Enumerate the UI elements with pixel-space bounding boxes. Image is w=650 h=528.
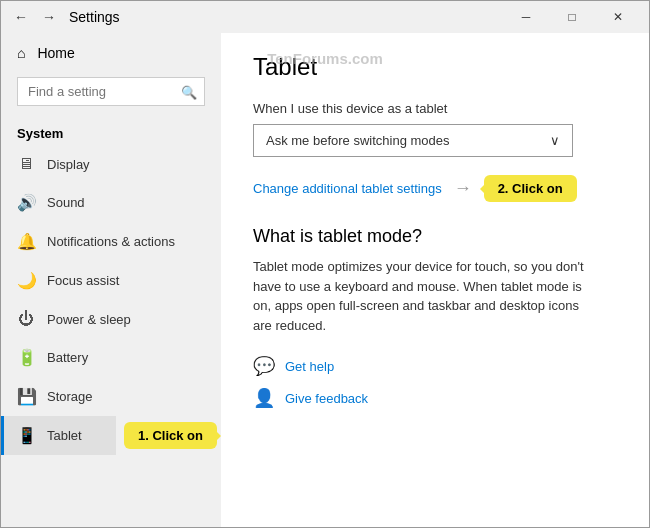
display-icon: 🖥	[17, 155, 35, 173]
sidebar-item-storage-label: Storage	[47, 389, 93, 404]
search-icon: 🔍	[181, 84, 197, 99]
title-bar-nav: ← →	[9, 5, 61, 29]
arrow-icon: →	[454, 178, 472, 199]
title-bar-left: ← → Settings	[9, 5, 120, 29]
sidebar: ⌂ Home 🔍 System 🖥 Display 🔊 Sound 🔔 Noti…	[1, 33, 221, 527]
sidebar-item-tablet-label: Tablet	[47, 428, 82, 443]
dropdown-select[interactable]: Ask me before switching modes ∨	[253, 124, 573, 157]
search-input[interactable]	[17, 77, 205, 106]
forward-button[interactable]: →	[37, 5, 61, 29]
sidebar-item-sound[interactable]: 🔊 Sound	[1, 183, 221, 222]
sidebar-item-display[interactable]: 🖥 Display	[1, 145, 221, 183]
help-links: 💬 Get help 👤 Give feedback	[253, 355, 617, 409]
get-help-row: 💬 Get help	[253, 355, 617, 377]
callout-1-bubble: 1. Click on	[124, 422, 217, 449]
window-content: ⌂ Home 🔍 System 🖥 Display 🔊 Sound 🔔 Noti…	[1, 33, 649, 527]
sidebar-item-power[interactable]: ⏻ Power & sleep	[1, 300, 221, 338]
link-row: Change additional tablet settings → 2. C…	[253, 175, 617, 202]
sidebar-item-power-label: Power & sleep	[47, 312, 131, 327]
title-bar-controls: ─ □ ✕	[503, 1, 641, 33]
back-button[interactable]: ←	[9, 5, 33, 29]
page-title: Tablet	[253, 53, 617, 81]
sidebar-item-focus[interactable]: 🌙 Focus assist	[1, 261, 221, 300]
storage-icon: 💾	[17, 387, 35, 406]
sidebar-item-battery-label: Battery	[47, 350, 88, 365]
sidebar-item-tablet[interactable]: 📱 Tablet	[1, 416, 116, 455]
sidebar-item-tablet-row: 📱 Tablet 1. Click on	[1, 416, 221, 455]
dropdown-label: When I use this device as a tablet	[253, 101, 617, 116]
give-feedback-link[interactable]: Give feedback	[285, 391, 368, 406]
sidebar-item-display-label: Display	[47, 157, 90, 172]
close-button[interactable]: ✕	[595, 1, 641, 33]
callout-2-bubble: 2. Click on	[484, 175, 577, 202]
notifications-icon: 🔔	[17, 232, 35, 251]
window-title: Settings	[69, 9, 120, 25]
focus-icon: 🌙	[17, 271, 35, 290]
battery-icon: 🔋	[17, 348, 35, 367]
power-icon: ⏻	[17, 310, 35, 328]
sidebar-item-focus-label: Focus assist	[47, 273, 119, 288]
sidebar-home-item[interactable]: ⌂ Home	[1, 33, 221, 73]
get-help-link[interactable]: Get help	[285, 359, 334, 374]
main-content: TenForums.com Tablet When I use this dev…	[221, 33, 649, 527]
sidebar-item-sound-label: Sound	[47, 195, 85, 210]
sound-icon: 🔊	[17, 193, 35, 212]
sidebar-item-battery[interactable]: 🔋 Battery	[1, 338, 221, 377]
give-feedback-row: 👤 Give feedback	[253, 387, 617, 409]
home-label: Home	[37, 45, 74, 61]
sidebar-item-notifications-label: Notifications & actions	[47, 234, 175, 249]
minimize-button[interactable]: ─	[503, 1, 549, 33]
maximize-button[interactable]: □	[549, 1, 595, 33]
change-settings-link[interactable]: Change additional tablet settings	[253, 181, 442, 196]
home-icon: ⌂	[17, 45, 25, 61]
dropdown-value: Ask me before switching modes	[266, 133, 450, 148]
tablet-icon: 📱	[17, 426, 35, 445]
dropdown-arrow-icon: ∨	[550, 133, 560, 148]
get-help-icon: 💬	[253, 355, 275, 377]
sidebar-item-storage[interactable]: 💾 Storage	[1, 377, 221, 416]
sidebar-section-title: System	[1, 118, 221, 145]
settings-window: ← → Settings ─ □ ✕ ⌂ Home 🔍 System 🖥	[0, 0, 650, 528]
sidebar-item-notifications[interactable]: 🔔 Notifications & actions	[1, 222, 221, 261]
sidebar-search: 🔍	[17, 77, 205, 106]
what-title: What is tablet mode?	[253, 226, 617, 247]
give-feedback-icon: 👤	[253, 387, 275, 409]
what-body: Tablet mode optimizes your device for to…	[253, 257, 593, 335]
title-bar: ← → Settings ─ □ ✕	[1, 1, 649, 33]
